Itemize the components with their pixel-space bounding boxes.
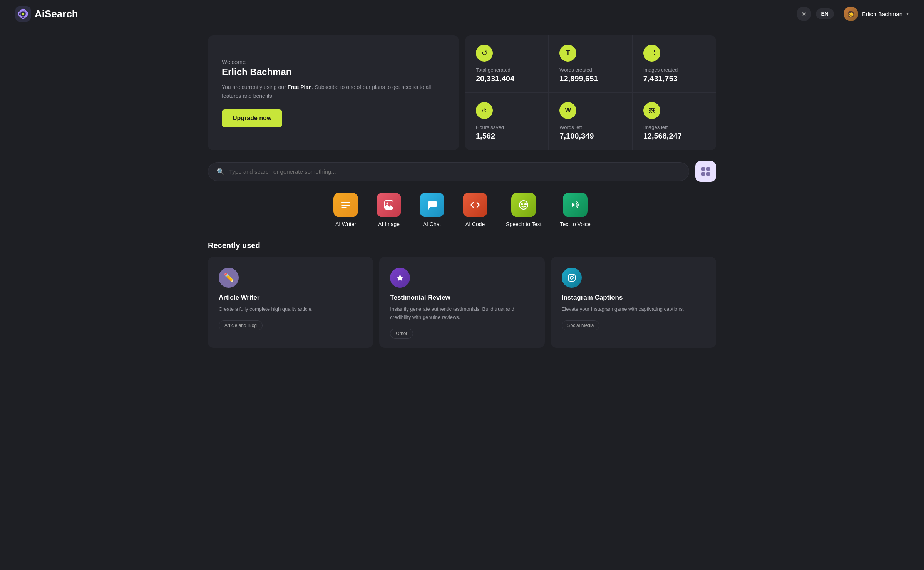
svg-rect-7 [706, 172, 710, 176]
stat-total-generated: ↺ Total generated 20,331,404 [465, 35, 549, 93]
language-selector[interactable]: EN [816, 8, 834, 19]
stat-words-created: T Words created 12,899,651 [549, 35, 632, 93]
logo: AiSearch [15, 6, 78, 22]
stat-value: 7,431,753 [643, 74, 705, 83]
article-writer-tag: Article and Blog [219, 320, 263, 330]
avatar: 🧔 [844, 7, 858, 21]
stats-card: ↺ Total generated 20,331,404 T Words cre… [465, 35, 716, 150]
testimonial-tag: Other [390, 329, 413, 339]
article-writer-desc: Create a fully complete high quality art… [219, 305, 362, 314]
article-writer-card-icon: ✏️ [219, 268, 239, 288]
svg-rect-10 [341, 207, 347, 208]
stat-images-left: 🖼 Images left 12,568,247 [633, 93, 716, 150]
sun-icon: ☀ [801, 10, 807, 18]
stat-value: 1,562 [476, 132, 537, 141]
ai-image-label: AI Image [378, 221, 400, 227]
total-generated-icon: ↺ [476, 45, 493, 62]
tool-text-to-voice[interactable]: Text to Voice [560, 193, 590, 227]
stat-hours-saved: ⏱ Hours saved 1,562 [465, 93, 549, 150]
svg-point-20 [573, 275, 574, 276]
speech-to-text-label: Speech to Text [506, 221, 541, 227]
stat-label: Hours saved [476, 124, 537, 130]
ai-writer-icon [333, 193, 358, 217]
text-to-voice-label: Text to Voice [560, 221, 590, 227]
tool-ai-writer[interactable]: AI Writer [333, 193, 358, 227]
stat-value: 12,568,247 [643, 132, 705, 141]
article-writer-title: Article Writer [219, 294, 362, 302]
welcome-card: Welcome Erlich Bachman You are currently… [208, 35, 459, 150]
tool-speech-to-text[interactable]: Speech to Text [506, 193, 541, 227]
hours-saved-icon: ⏱ [476, 102, 493, 119]
logo-text: AiSearch [35, 8, 78, 20]
ai-image-icon [377, 193, 401, 217]
instagram-desc: Elevate your Instagram game with captiva… [562, 305, 705, 314]
search-icon: 🔍 [217, 168, 224, 175]
speech-to-text-icon [511, 193, 536, 217]
ai-writer-label: AI Writer [335, 221, 356, 227]
welcome-desc: You are currently using our Free Plan. S… [222, 83, 445, 100]
welcome-label: Welcome [222, 59, 445, 65]
grid-view-button[interactable] [695, 161, 716, 182]
stat-value: 12,899,651 [559, 74, 621, 83]
tool-ai-chat[interactable]: AI Chat [420, 193, 444, 227]
ai-chat-label: AI Chat [423, 221, 441, 227]
words-left-icon: W [559, 102, 576, 119]
stat-label: Total generated [476, 67, 537, 73]
stat-words-left: W Words left 7,100,349 [549, 93, 632, 150]
words-created-icon: T [559, 45, 576, 62]
images-left-icon: 🖼 [643, 102, 660, 119]
svg-marker-17 [397, 274, 403, 281]
user-name: Erlich Bachman [862, 11, 902, 17]
testimonial-title: Testimonial Review [390, 294, 534, 302]
svg-point-13 [519, 201, 528, 209]
stat-label: Images created [643, 67, 705, 73]
tool-ai-code[interactable]: AI Code [463, 193, 487, 227]
logo-icon [15, 6, 31, 22]
feature-card-article-writer[interactable]: ✏️ Article Writer Create a fully complet… [208, 257, 373, 348]
stat-label: Images left [643, 124, 705, 130]
header-right: ☀ EN 🧔 Erlich Bachman ▾ [797, 7, 909, 21]
search-input[interactable] [229, 168, 680, 175]
svg-point-14 [521, 203, 523, 205]
welcome-name: Erlich Bachman [222, 67, 445, 77]
svg-point-12 [387, 203, 388, 205]
search-box: 🔍 [208, 162, 689, 181]
svg-rect-4 [701, 167, 705, 171]
svg-rect-9 [341, 205, 350, 206]
upgrade-button[interactable]: Upgrade now [222, 109, 282, 127]
svg-rect-5 [706, 167, 710, 171]
text-to-voice-icon [563, 193, 588, 217]
svg-point-3 [22, 13, 24, 15]
header: AiSearch ☀ EN 🧔 Erlich Bachman ▾ [0, 0, 924, 28]
tool-ai-image[interactable]: AI Image [377, 193, 401, 227]
chevron-down-icon: ▾ [906, 11, 909, 17]
top-row: Welcome Erlich Bachman You are currently… [208, 35, 716, 150]
ai-code-label: AI Code [465, 221, 485, 227]
instagram-title: Instagram Captions [562, 294, 705, 302]
ai-code-icon [463, 193, 487, 217]
stat-label: Words created [559, 67, 621, 73]
header-divider [839, 8, 839, 19]
tools-row: AI Writer AI Image AI Chat [208, 193, 716, 227]
feature-card-testimonial[interactable]: Testimonial Review Instantly generate au… [379, 257, 544, 348]
instagram-tag: Social Media [562, 320, 600, 330]
svg-marker-16 [572, 203, 575, 207]
svg-point-15 [524, 203, 527, 205]
testimonial-desc: Instantly generate authentic testimonial… [390, 305, 534, 322]
stat-label: Words left [559, 124, 621, 130]
stat-value: 7,100,349 [559, 132, 621, 141]
instagram-card-icon [562, 268, 582, 288]
recently-used-cards: ✏️ Article Writer Create a fully complet… [208, 257, 716, 348]
feature-card-instagram[interactable]: Instagram Captions Elevate your Instagra… [551, 257, 716, 348]
stat-value: 20,331,404 [476, 74, 537, 83]
stat-images-created: ⛶ Images created 7,431,753 [633, 35, 716, 93]
recently-used-title: Recently used [208, 241, 716, 250]
svg-rect-6 [701, 172, 705, 176]
theme-toggle[interactable]: ☀ [797, 7, 811, 21]
main-content: Welcome Erlich Bachman You are currently… [192, 28, 732, 363]
grid-icon [701, 166, 711, 176]
user-menu[interactable]: 🧔 Erlich Bachman ▾ [844, 7, 909, 21]
search-row: 🔍 [208, 161, 716, 182]
ai-chat-icon [420, 193, 444, 217]
svg-point-19 [570, 276, 573, 279]
